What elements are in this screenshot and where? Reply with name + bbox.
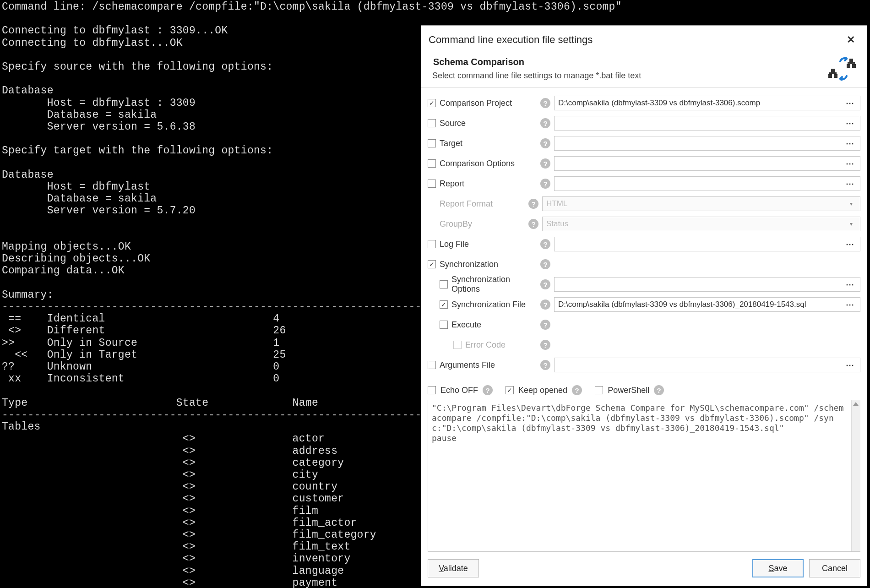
help-icon[interactable]: ? [528,199,538,209]
label-report-format: Report Format [440,199,525,209]
input-report[interactable]: ⋯ [554,176,860,191]
section-title: Schema Comparison [433,57,641,67]
help-icon[interactable]: ? [540,360,550,370]
checkbox-echo-off[interactable] [428,386,436,394]
help-icon[interactable]: ? [540,279,550,289]
label-keep-opened: Keep opened [518,386,567,395]
checkbox-execute[interactable] [440,321,448,329]
dialog-title: Command line execution file settings [429,34,593,46]
help-icon[interactable]: ? [654,385,664,395]
help-icon[interactable]: ? [540,179,550,189]
checkbox-synchronization[interactable] [428,260,436,268]
svg-rect-9 [850,60,852,64]
browse-icon[interactable]: ⋯ [843,98,856,108]
svg-rect-6 [847,64,850,68]
input-comparison-options[interactable]: ⋯ [554,156,860,171]
checkbox-report[interactable] [428,180,436,188]
help-icon[interactable]: ? [572,385,582,395]
help-icon[interactable]: ? [540,138,550,148]
chevron-down-icon: ▾ [846,201,856,207]
input-target[interactable]: ⋯ [554,136,860,151]
checkbox-source[interactable] [428,119,436,127]
schema-compare-icon [828,57,858,81]
checkbox-error-code [453,341,462,349]
help-icon[interactable]: ? [540,239,550,249]
browse-icon[interactable]: ⋯ [843,179,856,189]
label-comparison-options: Comparison Options [440,159,537,169]
browse-icon[interactable]: ⋯ [843,118,856,128]
label-sync-options: Synchronization Options [451,275,537,294]
help-icon[interactable]: ? [540,259,550,269]
chevron-down-icon: ▾ [846,221,856,227]
checkbox-sync-file[interactable] [440,300,448,309]
svg-rect-1 [828,74,832,78]
save-button[interactable]: Save [752,559,804,577]
input-arguments-file[interactable]: ⋯ [554,358,860,372]
help-icon[interactable]: ? [540,340,550,350]
label-log-file: Log File [440,240,537,249]
command-preview[interactable]: "C:\Program Files\Devart\dbForge Schema … [428,400,860,552]
input-log-file[interactable]: ⋯ [554,237,860,251]
checkbox-comparison-options[interactable] [428,159,436,168]
help-icon[interactable]: ? [483,385,493,395]
help-icon[interactable]: ? [540,320,550,330]
svg-rect-7 [852,64,856,68]
checkbox-target[interactable] [428,139,436,147]
checkbox-comparison-project[interactable] [428,99,436,107]
settings-dialog: Command line execution file settings ✕ S… [421,25,867,586]
browse-icon[interactable]: ⋯ [843,279,856,289]
checkbox-sync-options[interactable] [440,280,448,289]
label-target: Target [440,139,537,148]
label-powershell: PowerShell [608,386,649,395]
browse-icon[interactable]: ⋯ [843,158,856,169]
scrollbar[interactable] [851,400,860,551]
input-sync-options[interactable]: ⋯ [554,277,860,292]
checkbox-powershell[interactable] [595,386,603,394]
input-source[interactable]: ⋯ [554,116,860,131]
checkbox-log-file[interactable] [428,240,436,248]
label-groupby: GroupBy [440,219,525,229]
help-icon[interactable]: ? [528,219,538,229]
help-icon[interactable]: ? [540,158,550,169]
help-icon[interactable]: ? [540,118,550,128]
svg-rect-2 [834,74,837,78]
checkbox-keep-opened[interactable] [506,386,514,394]
input-sync-file[interactable]: D:\comp\sakila (dbfmylast-3309 vs dbfmyl… [554,297,860,312]
select-report-format[interactable]: HTML ▾ [542,196,860,211]
help-icon[interactable]: ? [540,98,550,108]
select-groupby[interactable]: Status ▾ [542,217,860,231]
label-synchronization: Synchronization [440,260,537,269]
label-comparison-project: Comparison Project [440,98,537,108]
label-report: Report [440,179,537,189]
browse-icon[interactable]: ⋯ [843,360,856,370]
svg-rect-4 [832,71,833,74]
label-execute: Execute [451,320,537,330]
label-source: Source [440,119,537,128]
label-sync-file: Synchronization File [451,300,537,310]
browse-icon[interactable]: ⋯ [843,299,856,310]
checkbox-arguments-file[interactable] [428,361,436,369]
cancel-button[interactable]: Cancel [809,559,860,577]
label-arguments-file: Arguments File [440,360,537,370]
close-icon[interactable]: ✕ [844,34,858,46]
label-error-code: Error Code [465,340,537,350]
browse-icon[interactable]: ⋯ [843,138,856,148]
input-comparison-project[interactable]: D:\comp\sakila (dbfmylast-3309 vs dbfmyl… [554,96,860,110]
label-echo-off: Echo OFF [440,386,478,395]
help-icon[interactable]: ? [540,299,550,310]
browse-icon[interactable]: ⋯ [843,239,856,249]
section-subtitle: Select command line file settings to man… [432,71,641,81]
validate-button[interactable]: Validate [428,559,479,577]
